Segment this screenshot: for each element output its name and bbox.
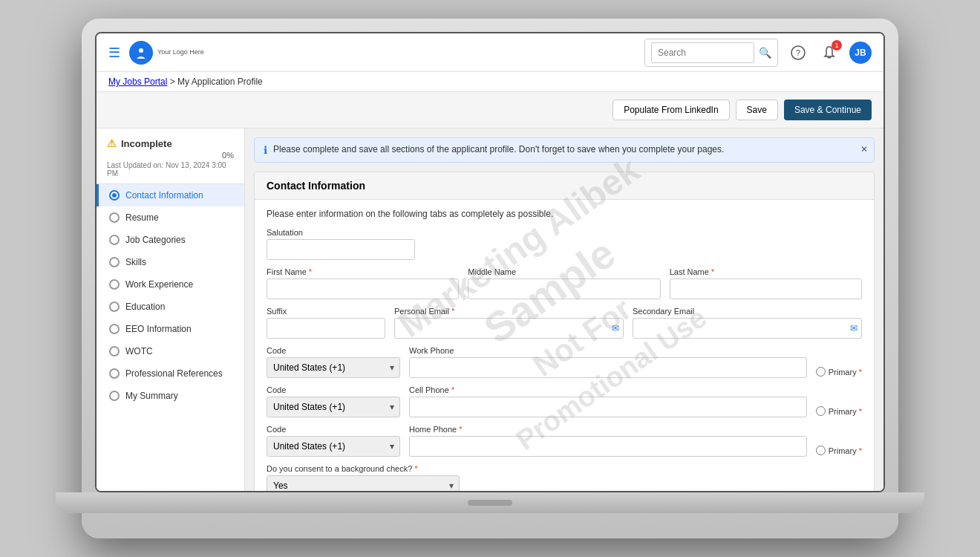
background-check-label: Do you consent to a background check? * bbox=[267, 464, 460, 473]
sidebar-label-professional-references: Professional References bbox=[125, 368, 223, 379]
sidebar-label-my-summary: My Summary bbox=[125, 391, 178, 401]
work-phone-primary-radio[interactable] bbox=[816, 367, 826, 377]
code-label-cell: Code bbox=[267, 385, 400, 394]
search-input[interactable] bbox=[651, 42, 754, 63]
circle-icon-work-experience bbox=[109, 279, 120, 290]
circle-icon-education bbox=[109, 302, 120, 312]
sidebar-item-job-categories[interactable]: Job Categories bbox=[97, 229, 244, 251]
personal-email-input[interactable] bbox=[394, 318, 624, 339]
circle-icon-job-categories bbox=[109, 235, 120, 245]
home-phone-input[interactable] bbox=[409, 436, 807, 457]
circle-icon-my-summary bbox=[109, 391, 120, 401]
info-banner: ℹ Please complete and save all sections … bbox=[254, 137, 875, 163]
sidebar-item-work-experience[interactable]: Work Experience bbox=[97, 273, 244, 296]
circle-icon-professional-references bbox=[109, 368, 120, 379]
secondary-email-input[interactable] bbox=[633, 318, 862, 339]
user-avatar[interactable]: JB bbox=[849, 42, 872, 64]
hamburger-icon[interactable]: ☰ bbox=[108, 45, 120, 61]
salutation-label: Salutation bbox=[267, 228, 415, 237]
breadcrumb: My Jobs Portal > My Application Profile bbox=[97, 72, 883, 92]
breadcrumb-current: My Application Profile bbox=[177, 76, 263, 87]
first-name-label: First Name * bbox=[267, 267, 459, 276]
sidebar-item-my-summary[interactable]: My Summary bbox=[97, 385, 244, 407]
cell-phone-primary-radio[interactable] bbox=[816, 406, 826, 416]
notification-badge: 1 bbox=[832, 40, 842, 51]
sidebar-label-resume: Resume bbox=[125, 212, 159, 223]
work-phone-input[interactable] bbox=[409, 357, 807, 378]
laptop-notch bbox=[468, 500, 512, 506]
code-select-home[interactable]: United States (+1) bbox=[267, 436, 400, 457]
sidebar-item-eeo-information[interactable]: EEO Information bbox=[97, 318, 244, 340]
content-area: Marketing Alibek Sample Not For Promotio… bbox=[245, 128, 883, 492]
populate-linkedin-button[interactable]: Populate From LinkedIn bbox=[612, 100, 729, 120]
logo-icon bbox=[129, 41, 153, 65]
personal-email-label: Personal Email * bbox=[394, 307, 624, 316]
home-phone-primary-radio[interactable] bbox=[816, 446, 826, 455]
banner-close-button[interactable]: ✕ bbox=[860, 144, 868, 154]
sidebar-label-contact-information: Contact Information bbox=[125, 190, 203, 201]
last-name-label: Last Name * bbox=[670, 267, 862, 276]
work-phone-row: Code United States (+1) Work Phone bbox=[267, 346, 862, 378]
save-button[interactable]: Save bbox=[736, 100, 778, 120]
sidebar-status-title: Incomplete bbox=[121, 138, 172, 149]
first-name-input[interactable] bbox=[267, 278, 459, 299]
code-select-cell[interactable]: United States (+1) bbox=[267, 397, 400, 417]
circle-icon-wotc bbox=[109, 346, 120, 356]
code-label-work: Code bbox=[267, 346, 400, 355]
circle-icon-eeo bbox=[109, 324, 120, 334]
form-card: Contact Information Please enter informa… bbox=[254, 172, 875, 492]
home-phone-label: Home Phone * bbox=[409, 425, 807, 434]
salutation-input[interactable] bbox=[267, 239, 415, 260]
top-icons: ? 1 JB bbox=[787, 42, 872, 64]
suffix-email-row: Suffix Personal Email * ✉ bbox=[267, 307, 862, 339]
circle-icon-skills bbox=[109, 257, 120, 267]
sidebar-header: ⚠ Incomplete 0% Last Updated on: Nov 13,… bbox=[97, 128, 244, 184]
search-icon: 🔍 bbox=[759, 47, 771, 59]
top-bar: ☰ Your Logo Here 🔍 bbox=[97, 33, 883, 72]
sidebar-item-wotc[interactable]: WOTC bbox=[97, 340, 244, 362]
svg-point-1 bbox=[139, 48, 143, 53]
sidebar-item-contact-information[interactable]: Contact Information bbox=[97, 184, 244, 206]
help-button[interactable]: ? bbox=[787, 42, 809, 64]
sidebar-label-skills: Skills bbox=[125, 257, 146, 267]
cell-phone-row: Code United States (+1) Cell Phone * bbox=[267, 385, 862, 417]
sidebar-progress: 0% bbox=[222, 151, 234, 160]
active-circle-icon bbox=[109, 190, 120, 201]
breadcrumb-link-1[interactable]: My Jobs Portal bbox=[108, 76, 167, 87]
suffix-label: Suffix bbox=[267, 307, 385, 316]
sidebar-label-education: Education bbox=[125, 302, 165, 312]
warning-icon: ⚠ bbox=[107, 137, 117, 149]
home-phone-primary-label: Primary * bbox=[829, 446, 862, 455]
sidebar-label-work-experience: Work Experience bbox=[125, 279, 193, 290]
circle-icon-resume bbox=[109, 212, 120, 223]
work-phone-label: Work Phone bbox=[409, 346, 807, 355]
cell-phone-input[interactable] bbox=[409, 397, 807, 417]
logo-area: Your Logo Here bbox=[129, 41, 204, 65]
action-bar: Populate From LinkedIn Save Save & Conti… bbox=[97, 92, 883, 128]
cell-phone-primary-label: Primary * bbox=[829, 407, 862, 416]
sidebar-label-job-categories: Job Categories bbox=[125, 235, 186, 245]
suffix-input[interactable] bbox=[267, 318, 385, 339]
code-select-work[interactable]: United States (+1) bbox=[267, 357, 400, 378]
sidebar-item-professional-references[interactable]: Professional References bbox=[97, 362, 244, 385]
background-check-select[interactable]: Yes bbox=[267, 475, 460, 492]
last-name-input[interactable] bbox=[670, 278, 862, 299]
email-icon: ✉ bbox=[612, 323, 619, 333]
logo-text: Your Logo Here bbox=[157, 48, 204, 56]
home-phone-row: Code United States (+1) Home Phone * bbox=[267, 425, 862, 457]
form-card-header: Contact Information bbox=[255, 172, 874, 200]
work-phone-primary-label: Primary * bbox=[829, 368, 862, 377]
sidebar-item-education[interactable]: Education bbox=[97, 296, 244, 318]
info-icon: ℹ bbox=[264, 144, 267, 156]
sidebar: ⚠ Incomplete 0% Last Updated on: Nov 13,… bbox=[97, 128, 245, 492]
notifications-button[interactable]: 1 bbox=[818, 42, 840, 64]
middle-name-label: Middle Name bbox=[468, 267, 660, 276]
svg-text:?: ? bbox=[796, 48, 800, 57]
sidebar-label-eeo: EEO Information bbox=[125, 324, 192, 334]
save-continue-button[interactable]: Save & Continue bbox=[784, 100, 872, 120]
code-label-home: Code bbox=[267, 425, 400, 434]
search-bar: 🔍 bbox=[644, 39, 778, 67]
sidebar-item-skills[interactable]: Skills bbox=[97, 251, 244, 273]
middle-name-input[interactable] bbox=[468, 278, 660, 299]
sidebar-item-resume[interactable]: Resume bbox=[97, 206, 244, 229]
